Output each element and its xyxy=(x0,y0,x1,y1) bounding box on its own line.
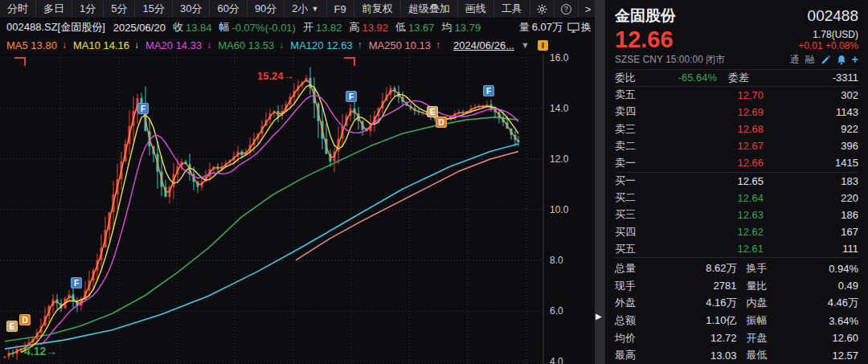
forward-adjust-button[interactable]: 前复权 xyxy=(354,0,401,18)
chevron-right-icon: > xyxy=(585,3,592,15)
tab-90min[interactable]: 90分 xyxy=(248,0,285,18)
anchor-date-link[interactable]: 2024/06/26... xyxy=(453,39,514,51)
monitor-icon[interactable] xyxy=(567,22,579,33)
ask-row-1[interactable]: 卖一12.661415 xyxy=(615,154,858,171)
quote-info-bar: 002488.SZ[金固股份] 2025/06/20 收13.84 幅-0.07… xyxy=(0,18,595,36)
settings-button[interactable] xyxy=(530,0,555,18)
ask-price[interactable]: 12.68 xyxy=(661,123,764,135)
super-overlay-button[interactable]: 超级叠加 xyxy=(401,0,458,18)
ma60-value[interactable]: MA60 13.53 xyxy=(218,39,274,51)
stock-code: 002488 xyxy=(808,7,858,25)
pencil-icon[interactable] xyxy=(821,55,831,65)
ask-row-4[interactable]: 卖四12.691143 xyxy=(615,104,858,121)
tab-5min[interactable]: 5分 xyxy=(104,0,135,18)
bid-row-1[interactable]: 买一12.65183 xyxy=(615,173,858,190)
add-watchlist-button[interactable]: + xyxy=(852,53,858,66)
ma5-value[interactable]: MA5 13.80 xyxy=(6,39,57,51)
open-price: 12.60 xyxy=(782,332,859,344)
ask-price[interactable]: 12.66 xyxy=(661,157,764,169)
stat-row-highlow: 最高13.03最低12.57 xyxy=(615,346,858,364)
tools-button[interactable]: 工具 xyxy=(494,0,530,18)
f-signal-marker[interactable]: F xyxy=(483,85,494,96)
weibi-row: 委比 -65.64% 委差 -3311 xyxy=(615,69,858,87)
tab-2hour[interactable]: 2小 ▼ xyxy=(285,0,326,18)
f9-button[interactable]: F9 xyxy=(327,0,354,18)
ask-price[interactable]: 12.70 xyxy=(661,89,764,101)
ask-row-5[interactable]: 卖五12.70302 xyxy=(615,87,858,104)
candlestick-chart[interactable]: 16.014.012.010.08.06.04.0 EDFFFEDF15.24→… xyxy=(0,54,595,364)
d-signal-marker[interactable]: D xyxy=(19,314,31,325)
ask-price[interactable]: 12.69 xyxy=(661,106,764,118)
stat-row-volume: 总量8.62万换手0.94% xyxy=(615,260,858,277)
chevron-down-icon[interactable]: ▼ xyxy=(312,5,319,13)
panel-splitter[interactable]: ▶ xyxy=(595,0,605,364)
low-value: 13.67 xyxy=(408,22,435,34)
margin-tag-tong[interactable]: 通 xyxy=(790,53,800,67)
help-button[interactable]: ? xyxy=(555,0,579,18)
bid-price[interactable]: 12.63 xyxy=(661,209,764,221)
ma120-value[interactable]: MA120 12.63 xyxy=(290,39,352,51)
y-axis-tick: 10.0 xyxy=(550,204,569,215)
quote-date-label: 2025/06/20 xyxy=(113,22,166,34)
d-signal-marker[interactable]: D xyxy=(436,117,447,128)
ask-row-3[interactable]: 卖三12.68922 xyxy=(615,121,858,137)
turnover-toggle[interactable]: 换 xyxy=(581,20,592,35)
draw-line-button[interactable]: 画线 xyxy=(458,0,494,18)
bid-row-2[interactable]: 买二12.64220 xyxy=(615,190,858,207)
e-signal-marker[interactable]: E xyxy=(427,106,438,117)
tab-30min[interactable]: 30分 xyxy=(173,0,210,18)
f-signal-marker[interactable]: F xyxy=(137,103,149,114)
flag-badge-icon[interactable] xyxy=(538,40,548,51)
turnover-rate: 0.94% xyxy=(782,263,859,275)
chart-grid xyxy=(0,54,543,364)
ask-price[interactable]: 12.67 xyxy=(661,140,764,152)
ask-row-2[interactable]: 卖二12.67396 xyxy=(615,137,858,154)
field-label: 幅 xyxy=(219,20,229,35)
collapse-arrow-icon[interactable]: ▶ xyxy=(596,312,602,321)
current-lot: 2781 xyxy=(660,280,737,292)
stat-row-lots: 外盘4.16万内盘4.46万 xyxy=(615,295,858,313)
day-high: 13.03 xyxy=(660,350,737,362)
ask-label: 卖二 xyxy=(615,139,661,153)
y-axis-tick: 16.0 xyxy=(550,54,569,63)
ask-label: 卖五 xyxy=(615,88,661,102)
tab-label: 多日 xyxy=(43,2,64,16)
stock-symbol-label[interactable]: 002488.SZ[金固股份] xyxy=(6,20,105,35)
bid-price[interactable]: 12.62 xyxy=(661,226,764,238)
field-label: 收 xyxy=(173,20,183,35)
tab-multiday[interactable]: 多日 xyxy=(36,0,72,18)
bid-row-5[interactable]: 买五12.61111 xyxy=(615,240,858,257)
e-signal-marker[interactable]: E xyxy=(6,321,18,332)
y-axis-tick: 14.0 xyxy=(550,103,569,114)
tab-label: 15分 xyxy=(142,2,164,16)
bid-price[interactable]: 12.65 xyxy=(661,175,764,187)
ma-line-ma20 xyxy=(41,96,518,345)
candles xyxy=(4,67,520,360)
tab-timeshare[interactable]: 分时 xyxy=(0,0,36,18)
inner-lots: 4.46万 xyxy=(782,296,859,310)
ma250-value[interactable]: MA250 10.13 xyxy=(369,39,431,51)
tab-60min[interactable]: 60分 xyxy=(210,0,247,18)
annotation-corner-mark xyxy=(344,58,354,66)
f-signal-marker[interactable]: F xyxy=(346,91,357,102)
bid-row-4[interactable]: 买四12.62167 xyxy=(615,223,858,240)
ma10-value[interactable]: MA10 14.16 xyxy=(73,39,129,51)
ask-volume: 922 xyxy=(764,123,858,135)
bid-price[interactable]: 12.61 xyxy=(661,243,764,255)
volume-group: 量 6.07万 换 xyxy=(519,20,592,35)
tab-1min[interactable]: 1分 xyxy=(72,0,104,18)
bid-price[interactable]: 12.64 xyxy=(661,192,764,204)
chevron-down-icon[interactable]: ▼ xyxy=(521,40,530,50)
volume-label: 量 xyxy=(519,20,530,35)
bid-row-3[interactable]: 买三12.63186 xyxy=(615,207,858,223)
bid-volume: 183 xyxy=(764,175,858,187)
field-label: 开 xyxy=(303,20,313,35)
button-label: F9 xyxy=(334,3,346,15)
down-arrow-icon: ↓ xyxy=(134,39,139,51)
f-signal-marker[interactable]: F xyxy=(71,277,82,288)
tab-15min[interactable]: 15分 xyxy=(135,0,172,18)
stat-row-amount: 总额1.10亿振幅3.64% xyxy=(615,312,858,329)
margin-tag-rong[interactable]: 融 xyxy=(805,53,815,67)
ma20-value[interactable]: MA20 14.33 xyxy=(145,39,202,51)
bell-icon[interactable] xyxy=(837,55,846,65)
